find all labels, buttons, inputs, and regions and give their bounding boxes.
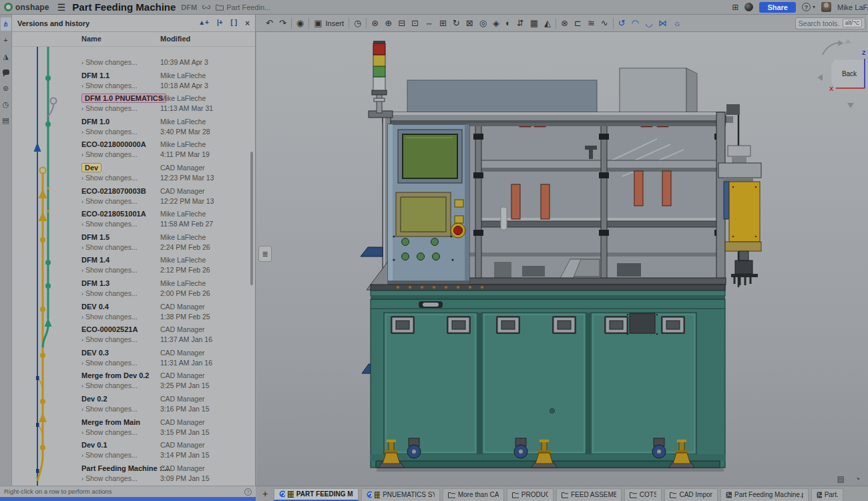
version-row[interactable]: DFM 1.3Mike LaFleche›Show changes...2:00… xyxy=(12,278,255,301)
show-changes-link[interactable]: ›Show changes... xyxy=(81,359,138,367)
version-row[interactable]: DEV 0.3CAD Manager›Show changes...11:31 … xyxy=(12,347,255,371)
performance-icon[interactable]: ◷ xyxy=(1,98,11,111)
link-icon[interactable] xyxy=(202,4,210,11)
show-changes-link[interactable]: ›Show changes... xyxy=(81,266,138,274)
configurations-icon[interactable]: ⊗ xyxy=(561,19,568,27)
add-tab-button[interactable]: + xyxy=(259,488,271,499)
fix-icon[interactable]: ⊡ xyxy=(411,19,419,27)
mate-connector-icon[interactable]: ⊛ xyxy=(371,19,379,27)
show-changes-link[interactable]: ›Show changes... xyxy=(81,381,138,389)
version-row[interactable]: DevCAD Manager›Show changes...12:23 PM M… xyxy=(12,162,255,186)
snapshot-icon[interactable]: ◐ xyxy=(505,19,511,27)
status-indicator-icon[interactable]: ◔ xyxy=(855,474,860,484)
move-icon[interactable]: ⇔ xyxy=(425,19,433,27)
help-settings-icon[interactable]: ⊚ xyxy=(1,81,11,95)
app-store-icon[interactable]: ⊞ xyxy=(732,3,738,12)
version-row[interactable]: ›Show changes...10:39 AM Apr 3 xyxy=(12,47,255,70)
version-row[interactable]: ECO-0218070003BCAD Manager›Show changes.… xyxy=(12,186,255,209)
instance-list-toggle[interactable]: ≣ xyxy=(258,246,272,262)
tool-search-input[interactable] xyxy=(799,19,840,27)
version-row[interactable]: Dev 0.1CAD Manager›Show changes...3:14 P… xyxy=(12,440,255,463)
document-location[interactable]: Part Feedin... xyxy=(226,3,270,11)
version-row[interactable]: DFM 1.4Mike LaFleche›Show changes...2:12… xyxy=(12,255,255,278)
help-caret-icon[interactable]: ▾ xyxy=(813,4,815,10)
show-changes-link[interactable]: ›Show changes... xyxy=(81,313,138,321)
mate-icon[interactable]: ⊕ xyxy=(385,19,392,27)
print-icon[interactable]: ▤ xyxy=(837,474,844,484)
version-row[interactable]: Merge from Dev 0.2CAD Manager›Show chang… xyxy=(12,370,255,393)
color-parts-icon[interactable]: ◭ xyxy=(544,19,551,27)
tab-pnuematics-syst[interactable]: PNUEMATICS SYST... xyxy=(361,488,440,501)
exploded-view-icon[interactable]: ◈ xyxy=(493,19,499,27)
version-row[interactable]: DFM 1.1Mike LaFleche›Show changes...10:1… xyxy=(12,70,255,94)
footer-help-icon[interactable]: ? xyxy=(244,488,252,496)
group-icon[interactable]: ⊟ xyxy=(398,19,405,27)
select-other-icon[interactable]: ↺ xyxy=(618,19,626,27)
follow-mode-icon[interactable]: ◉ xyxy=(296,19,304,27)
tab-cad-imports[interactable]: CAD Imports xyxy=(664,488,718,501)
show-changes-link[interactable]: ›Show changes... xyxy=(81,81,138,90)
share-button[interactable]: Share xyxy=(759,2,796,13)
show-changes-link[interactable]: ›Show changes... xyxy=(81,428,138,436)
comments-icon[interactable] xyxy=(1,65,11,79)
version-row[interactable]: DFM 1.0 PNUEMATICSMike LaFleche›Show cha… xyxy=(12,93,255,116)
redo-icon[interactable]: ↷ xyxy=(279,19,286,27)
show-changes-link[interactable]: ›Show changes... xyxy=(81,128,138,136)
version-row[interactable]: Merge from MainCAD Manager›Show changes.… xyxy=(12,417,255,440)
tab-part-feeding-machine-p[interactable]: Part Feeding Machine.p... xyxy=(720,488,809,501)
version-row[interactable]: DFM 1.5Mike LaFleche›Show changes...2:24… xyxy=(12,232,255,255)
version-row[interactable]: ECO-0218051001AMike LaFleche›Show change… xyxy=(12,208,255,232)
panel-scrollbar[interactable] xyxy=(250,152,253,285)
rollback-icon[interactable]: ◷ xyxy=(354,19,361,27)
bom-table-icon[interactable]: ▤ xyxy=(1,114,11,127)
tab-cots[interactable]: COTS xyxy=(624,488,662,501)
versions-history-icon[interactable]: ⋔ xyxy=(1,17,11,31)
main-menu-icon[interactable]: ☰ xyxy=(57,2,66,13)
tab-feed-assembly[interactable]: FEED ASSEMBLY xyxy=(556,488,622,501)
show-changes-link[interactable]: ›Show changes... xyxy=(81,243,138,251)
belt-icon[interactable]: ◎ xyxy=(479,19,487,27)
show-changes-link[interactable]: ›Show changes... xyxy=(81,150,138,158)
show-changes-link[interactable]: ›Show changes... xyxy=(81,474,138,482)
create-branch-icon[interactable]: |+ xyxy=(217,19,223,28)
simulation-icon[interactable]: ⊏ xyxy=(574,19,582,27)
user-avatar[interactable] xyxy=(821,2,831,12)
show-changes-link[interactable]: ›Show changes... xyxy=(81,335,138,343)
appearance-panel-icon[interactable]: ◮ xyxy=(1,49,11,63)
bom-icon[interactable]: ▦ xyxy=(530,19,538,27)
machine-model[interactable] xyxy=(256,32,868,486)
show-changes-link[interactable]: ›Show changes... xyxy=(81,289,138,297)
tab-product[interactable]: PRODUCT xyxy=(507,488,554,501)
show-changes-link[interactable]: ›Show changes... xyxy=(81,174,138,182)
tab-part-feeding-ma[interactable]: PART FEEDING MA... xyxy=(274,488,359,501)
appearance-icon[interactable]: ☼ xyxy=(673,19,681,27)
show-changes-link[interactable]: ›Show changes... xyxy=(81,220,138,228)
named-positions-icon[interactable]: ⇵ xyxy=(517,19,524,27)
version-row[interactable]: Part Feeding Machine ::...CAD Manager›Sh… xyxy=(12,463,255,486)
insert-new-item-icon[interactable]: + xyxy=(1,33,11,47)
replicate-icon[interactable]: ⊠ xyxy=(466,19,473,27)
hide-icon[interactable]: ◠ xyxy=(632,19,639,27)
version-row[interactable]: ECO-0218000000AMike LaFleche›Show change… xyxy=(12,139,255,162)
show-changes-link[interactable]: ›Show changes... xyxy=(81,451,138,459)
version-row[interactable]: DEV 0.4CAD Manager›Show changes...1:38 P… xyxy=(12,301,255,325)
insert-icon[interactable]: ▣ xyxy=(314,19,322,27)
help-icon[interactable]: ? xyxy=(802,3,811,11)
account-badge-icon[interactable] xyxy=(744,3,753,11)
version-row[interactable]: Dev 0.2CAD Manager›Show changes...3:16 P… xyxy=(12,393,255,417)
show-hidden-icon[interactable]: ◡ xyxy=(645,19,652,27)
insert-label[interactable]: Insert xyxy=(325,19,344,27)
compare-icon[interactable]: [ ] xyxy=(231,19,237,28)
show-changes-link[interactable]: ›Show changes... xyxy=(81,197,138,205)
linear-pattern-icon[interactable]: ⊞ xyxy=(439,19,447,27)
show-changes-link[interactable]: ›Show changes... xyxy=(81,104,138,112)
tab-more-than-cad[interactable]: More than CAD xyxy=(443,488,504,501)
frame-icon[interactable]: ≋ xyxy=(588,19,595,27)
create-version-icon[interactable]: ▲+ xyxy=(198,19,209,28)
3d-viewport[interactable]: Back Z X ≣ ▤ ◔ xyxy=(256,32,868,486)
view-cube[interactable]: Back Z X xyxy=(816,36,868,150)
isolate-icon[interactable]: ⋈ xyxy=(658,19,667,27)
show-changes-link[interactable]: ›Show changes... xyxy=(81,405,138,413)
show-changes-link[interactable]: ›Show changes... xyxy=(81,58,138,66)
routing-icon[interactable]: ∿ xyxy=(601,19,608,27)
